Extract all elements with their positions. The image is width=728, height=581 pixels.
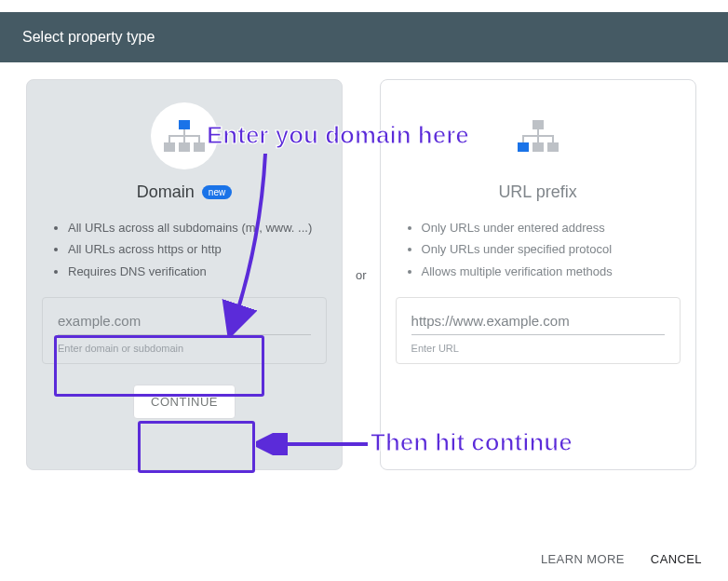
property-card-url-prefix[interactable]: URL prefix Only URLs under entered addre… — [380, 79, 696, 470]
svg-rect-0 — [179, 120, 190, 129]
domain-input-box: Enter domain or subdomain — [42, 297, 327, 364]
url-input[interactable] — [411, 313, 665, 335]
list-item: All URLs across https or http — [68, 238, 327, 260]
icon-wrap — [42, 102, 327, 169]
domain-bullets: All URLs across all subdomains (m., www.… — [42, 217, 327, 282]
list-item: All URLs across all subdomains (m., www.… — [68, 217, 327, 238]
top-strip — [0, 0, 728, 12]
svg-rect-5 — [518, 142, 529, 152]
svg-rect-7 — [547, 142, 559, 152]
cancel-button[interactable]: CANCEL — [651, 552, 702, 566]
svg-rect-1 — [164, 142, 175, 152]
icon-circle — [505, 102, 572, 169]
svg-rect-2 — [179, 142, 190, 152]
card-title: URL prefix — [498, 182, 576, 202]
separator-or: or — [343, 268, 380, 282]
domain-input-helper: Enter domain or subdomain — [58, 343, 311, 354]
card-title-row: URL prefix — [396, 182, 681, 202]
icon-circle — [151, 102, 218, 169]
sitemap-icon — [518, 120, 559, 152]
url-bullets: Only URLs under entered address Only URL… — [396, 217, 681, 282]
dialog-footer: LEARN MORE CANCEL — [541, 552, 702, 566]
svg-rect-6 — [533, 142, 544, 152]
card-title-row: Domain new — [42, 182, 327, 202]
list-item: Only URLs under specified protocol — [422, 238, 681, 260]
learn-more-button[interactable]: LEARN MORE — [541, 552, 625, 566]
sitemap-icon — [164, 120, 205, 152]
svg-rect-3 — [194, 142, 205, 152]
url-input-helper: Enter URL — [411, 343, 665, 354]
list-item: Only URLs under entered address — [422, 217, 681, 238]
url-input-box: Enter URL — [396, 297, 681, 364]
continue-row: CONTINUE — [42, 385, 327, 419]
dialog-content: Domain new All URLs across all subdomain… — [0, 62, 728, 470]
icon-wrap — [396, 102, 681, 169]
svg-rect-4 — [533, 120, 544, 129]
list-item: Allows multiple verification methods — [422, 261, 681, 282]
dialog-header: Select property type — [0, 12, 728, 62]
dialog: Select property type — [0, 0, 728, 581]
card-title: Domain — [137, 182, 195, 202]
new-badge: new — [202, 185, 232, 199]
list-item: Requires DNS verification — [68, 261, 327, 282]
dialog-title: Select property type — [22, 29, 155, 45]
property-card-domain[interactable]: Domain new All URLs across all subdomain… — [26, 79, 343, 470]
continue-button[interactable]: CONTINUE — [133, 385, 236, 419]
domain-input[interactable] — [58, 313, 311, 335]
